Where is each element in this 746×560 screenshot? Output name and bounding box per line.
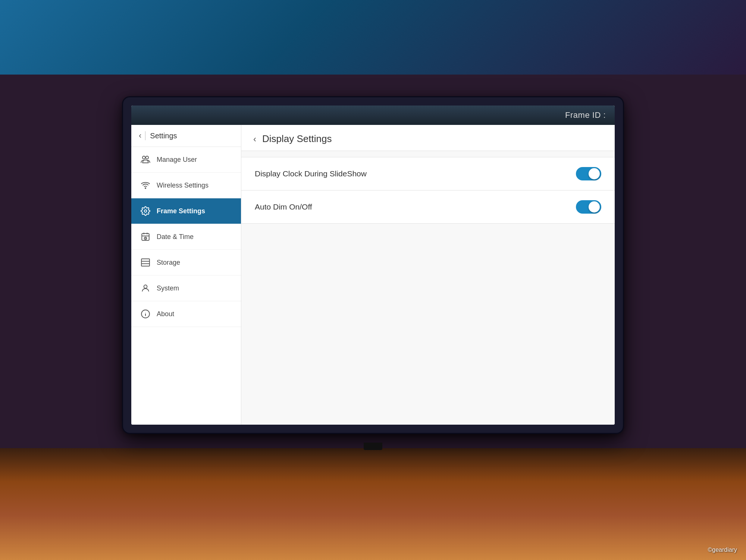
date-time-label: Date & Time [157, 233, 194, 241]
sidebar-item-system[interactable]: System [131, 276, 241, 301]
content-title: Display Settings [262, 133, 332, 145]
sidebar-header: ‹ Settings [131, 125, 241, 147]
info-icon [140, 308, 151, 320]
wifi-icon [140, 179, 151, 191]
sidebar: ‹ Settings [131, 125, 241, 425]
display-clock-track [576, 167, 601, 180]
storage-icon [140, 257, 151, 268]
setting-item-display-clock: Display Clock During SlideShow [241, 157, 615, 191]
auto-dim-toggle[interactable] [576, 200, 601, 214]
gear-icon [140, 205, 151, 217]
tv-stand [364, 443, 382, 450]
storage-label: Storage [157, 259, 180, 267]
sidebar-item-date-time[interactable]: Date & Time [131, 224, 241, 250]
stand-neck [364, 443, 382, 450]
svg-point-2 [145, 188, 146, 189]
header-bar: Frame ID : [131, 106, 615, 125]
display-clock-toggle[interactable] [576, 167, 601, 180]
sidebar-item-frame-settings[interactable]: Frame Settings [131, 198, 241, 224]
frame-settings-label: Frame Settings [157, 207, 205, 215]
clock-icon [140, 231, 151, 243]
svg-point-3 [144, 210, 147, 213]
content-panel: ‹ Display Settings Display Clock During … [241, 125, 615, 425]
sidebar-nav: Manage User Wireless Settings [131, 147, 241, 425]
svg-point-1 [146, 156, 149, 159]
content-header: ‹ Display Settings [241, 125, 615, 151]
display-clock-thumb [589, 168, 600, 179]
watermark: ©geardiary [708, 547, 737, 553]
auto-dim-label: Auto Dim On/Off [255, 202, 312, 211]
setting-item-auto-dim: Auto Dim On/Off [241, 191, 615, 224]
users-icon [140, 154, 151, 166]
sidebar-item-storage[interactable]: Storage [131, 250, 241, 276]
sidebar-divider [145, 131, 145, 140]
settings-list: Display Clock During SlideShow Auto Dim … [241, 157, 615, 224]
manage-user-label: Manage User [157, 156, 197, 164]
about-label: About [157, 310, 174, 318]
system-label: System [157, 284, 179, 292]
sidebar-item-about[interactable]: About [131, 301, 241, 327]
tv-frame: Frame ID : ‹ Settings [123, 97, 623, 433]
person-icon [140, 282, 151, 294]
auto-dim-thumb [589, 201, 600, 213]
main-content: ‹ Settings [131, 125, 615, 425]
frame-id-label: Frame ID : [565, 110, 606, 120]
svg-point-15 [144, 285, 147, 288]
svg-rect-9 [141, 259, 150, 266]
wireless-settings-label: Wireless Settings [157, 182, 209, 189]
content-back-arrow[interactable]: ‹ [253, 134, 256, 144]
tv-screen: Frame ID : ‹ Settings [131, 106, 615, 425]
sidebar-item-manage-user[interactable]: Manage User [131, 147, 241, 173]
sidebar-item-wireless-settings[interactable]: Wireless Settings [131, 173, 241, 198]
sidebar-title: Settings [150, 132, 177, 140]
svg-point-0 [142, 156, 145, 159]
sidebar-back-arrow[interactable]: ‹ [139, 131, 141, 141]
display-clock-label: Display Clock During SlideShow [255, 169, 367, 178]
auto-dim-track [576, 200, 601, 214]
